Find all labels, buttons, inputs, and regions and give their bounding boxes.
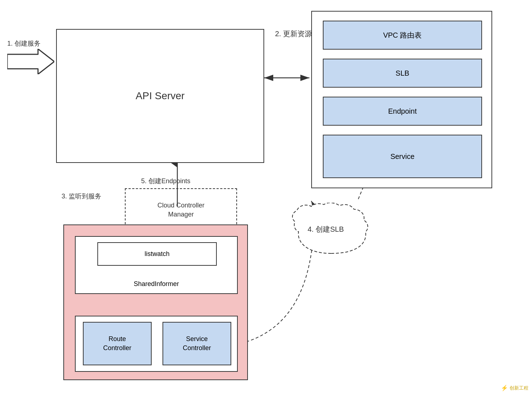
- service-label: Service: [390, 152, 415, 161]
- service-box: Service: [323, 135, 482, 178]
- endpoint-label: Endpoint: [388, 107, 417, 115]
- route-controller-box: RouteController: [83, 322, 152, 365]
- shared-informer-box: listwatch SharedInformer: [75, 236, 238, 294]
- vpc-route-table-label: VPC 路由表: [383, 30, 422, 40]
- watermark: ⚡ 创新工程: [501, 385, 528, 391]
- controllers-box: RouteController ServiceController: [75, 316, 238, 372]
- listwatch-box: listwatch: [97, 242, 217, 266]
- step1-arrow: [7, 49, 54, 76]
- ccm-label: Cloud ControllerManager: [157, 201, 204, 219]
- step2-label: 2. 更新资源: [275, 29, 312, 39]
- svg-text:4. 创建SLB: 4. 创建SLB: [308, 225, 344, 233]
- diagram-container: 1. 创建服务 API Server 2. 更新资源 VPC 路由表 SLB E…: [0, 0, 532, 395]
- step4-cloud-container: 4. 创建SLB: [290, 203, 373, 262]
- vpc-route-table-box: VPC 路由表: [323, 21, 482, 50]
- step5-label: 5. 创建Endpoints: [141, 177, 190, 185]
- watermark-text: 创新工程: [510, 385, 528, 391]
- step4-cloud-svg: 4. 创建SLB: [290, 203, 373, 261]
- shared-informer-label: SharedInformer: [76, 280, 237, 288]
- svg-marker-10: [7, 49, 54, 74]
- listwatch-label: listwatch: [144, 250, 169, 258]
- resources-box: VPC 路由表 SLB Endpoint Service: [311, 11, 492, 188]
- slb-box: SLB: [323, 59, 482, 88]
- slb-label: SLB: [396, 69, 409, 77]
- api-server-box: API Server: [56, 29, 264, 163]
- step3-label: 3. 监听到服务: [62, 192, 101, 201]
- api-server-label: API Server: [57, 90, 263, 102]
- endpoint-box: Endpoint: [323, 97, 482, 126]
- route-controller-label: RouteController: [103, 335, 131, 353]
- service-controller-box: ServiceController: [162, 322, 231, 365]
- step1-label: 1. 创建服务: [7, 39, 41, 48]
- ccm-main-box: listwatch SharedInformer RouteController…: [63, 224, 248, 380]
- service-controller-label: ServiceController: [183, 335, 211, 353]
- watermark-icon: ⚡: [501, 385, 508, 391]
